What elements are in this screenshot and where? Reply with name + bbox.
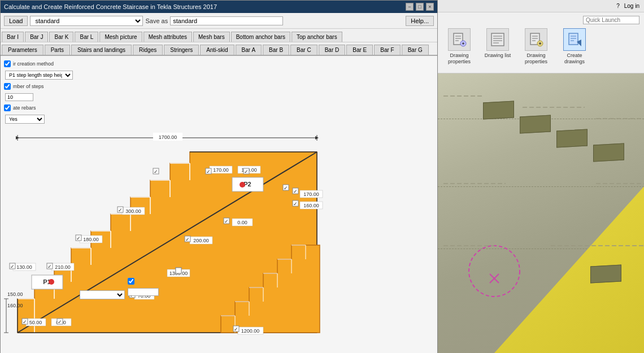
tab-mesh-attributes[interactable]: Mesh attributes (143, 32, 192, 42)
ribbon-drawing-properties2[interactable]: Drawing properties (519, 28, 553, 65)
svg-text:✓: ✓ (293, 189, 298, 194)
p2-dot (240, 182, 245, 188)
right-panel: ? Log in (438, 0, 644, 353)
ribbon-drawing-properties2-label: Drawing properties (519, 53, 553, 65)
svg-text:✓: ✓ (47, 264, 52, 269)
dim-170-2: 170.00 (303, 191, 319, 197)
tab-stringers[interactable]: Stringers (164, 45, 199, 55)
ribbon-create-drawings[interactable]: Create drawings (558, 28, 591, 65)
tab-bar-f[interactable]: Bar F (374, 45, 400, 55)
svg-text:✓: ✓ (58, 319, 62, 325)
svg-text:✓: ✓ (224, 219, 229, 224)
rebars-row: ate rebars (4, 104, 71, 111)
creation-method-checkbox[interactable] (4, 60, 11, 67)
steps-input[interactable] (5, 93, 33, 101)
steps-label: mber of steps (13, 84, 44, 89)
rebars-select[interactable]: Yes No (5, 115, 45, 124)
svg-text:✓: ✓ (76, 236, 81, 241)
rebars-label: ate rebars (13, 105, 36, 111)
window-title: Calculate and Create Reinforced Concrete… (4, 3, 217, 10)
svg-text:✓: ✓ (244, 169, 249, 175)
tab-bottom-anchor-bars[interactable]: Bottom anchor bars (231, 32, 290, 42)
tab-bar-i[interactable]: Bar I (2, 32, 24, 42)
save-as-label: Save as (145, 18, 168, 24)
svg-text:✓: ✓ (185, 237, 190, 242)
steps-row: mber of steps (4, 83, 71, 90)
ribbon-drawing-properties[interactable]: Drawing properties (442, 28, 476, 65)
tab-ridges[interactable]: Ridges (133, 45, 163, 55)
tab-bar-e[interactable]: Bar E (346, 45, 373, 55)
selection-circle (469, 246, 520, 297)
ribbon-create-drawings-label: Create drawings (558, 53, 591, 65)
log-in-label[interactable]: Log in (624, 3, 639, 9)
svg-text:✓: ✓ (293, 201, 298, 207)
create-drawings-icon (563, 28, 586, 51)
main-window: Calculate and Create Reinforced Concrete… (0, 0, 438, 353)
tab-bar-b[interactable]: Bar B (263, 45, 289, 55)
input-r1[interactable] (128, 288, 159, 296)
ribbon-drawing-list-label: Drawing list (485, 53, 511, 59)
drawing-properties2-icon (525, 28, 547, 51)
ribbon-top-bar: ? Log in (438, 0, 644, 12)
ribbon-drawing-list[interactable]: Drawing list (481, 28, 515, 59)
dim-210: 210.00 (55, 264, 71, 270)
ribbon-area: ? Log in (438, 0, 644, 73)
creation-method-label: ir creation method (13, 61, 54, 67)
title-bar: Calculate and Create Reinforced Concrete… (1, 1, 437, 13)
tab-bar-k[interactable]: Bar K (49, 32, 73, 42)
load-button[interactable]: Load (4, 16, 28, 26)
dim-180: 180.00 (83, 237, 99, 242)
steps-checkbox[interactable] (4, 83, 11, 90)
drawing-properties-icon (448, 28, 471, 51)
tab-bar-j[interactable]: Bar J (25, 32, 48, 42)
bottom-select[interactable] (80, 290, 125, 299)
help-icon[interactable]: ? (616, 3, 620, 9)
creation-method-select-row: P1 step length step height N steps (5, 71, 71, 80)
save-input[interactable] (170, 16, 283, 25)
tab-top-anchor-bars[interactable]: Top anchor bars (291, 32, 342, 42)
tab-bar-d[interactable]: Bar D (319, 45, 346, 55)
rebars-select-row: Yes No (5, 115, 71, 124)
standard-select[interactable]: standard (30, 16, 143, 26)
quick-launch-area (583, 16, 639, 24)
tab-parameters[interactable]: Parameters (2, 45, 43, 55)
dim-160-1: 160.00 (303, 203, 319, 208)
dim-200: 200.00 (193, 238, 209, 243)
minimize-button[interactable]: − (406, 3, 414, 11)
svg-rect-115 (569, 33, 578, 45)
svg-text:✓: ✓ (23, 319, 27, 325)
steps-input-row (5, 93, 71, 101)
tab-bar-a[interactable]: Bar A (236, 45, 262, 55)
checkbox-r1[interactable] (128, 278, 134, 285)
dim-150: 150.00 (7, 291, 23, 297)
help-button[interactable]: Help... (406, 16, 434, 26)
tab-mesh-picture[interactable]: Mesh picture (99, 32, 142, 42)
tab-mesh-bars[interactable]: Mesh bars (193, 32, 230, 42)
p1-dot (49, 279, 54, 285)
window-controls: − □ × (406, 3, 434, 11)
tab-parts[interactable]: Parts (45, 45, 70, 55)
svg-rect-103 (491, 33, 504, 46)
svg-text:✓: ✓ (10, 264, 15, 269)
tab-stairs-landings[interactable]: Stairs and landings (71, 45, 132, 55)
tab-bar-g[interactable]: Bar G (402, 45, 429, 55)
svg-text:✓: ✓ (284, 185, 288, 191)
tabs-row2: Parameters Parts Stairs and landings Rid… (1, 42, 437, 56)
rebars-checkbox[interactable] (4, 104, 11, 111)
svg-text:✓: ✓ (154, 169, 158, 175)
dim-0: 0.00 (237, 220, 247, 225)
quick-launch-input[interactable] (583, 16, 639, 24)
creation-method-select[interactable]: P1 step length step height N steps (5, 71, 73, 80)
maximize-button[interactable]: □ (416, 3, 424, 11)
toolbar: Load standard Save as Help... (1, 13, 437, 29)
dim-1200: 1200.00 (241, 328, 260, 334)
svg-text:✓: ✓ (118, 207, 123, 213)
right-inputs (128, 278, 159, 296)
tab-bar-c[interactable]: Bar C (290, 45, 317, 55)
dim-1700: 1700.00 (159, 134, 177, 140)
close-button[interactable]: × (426, 3, 434, 11)
tab-anti-skid[interactable]: Anti-skid (200, 45, 234, 55)
tab-bar-l[interactable]: Bar L (75, 32, 98, 42)
dropdown-area (80, 290, 125, 299)
ribbon-buttons-group: Drawing properties Drawing list (438, 24, 644, 73)
